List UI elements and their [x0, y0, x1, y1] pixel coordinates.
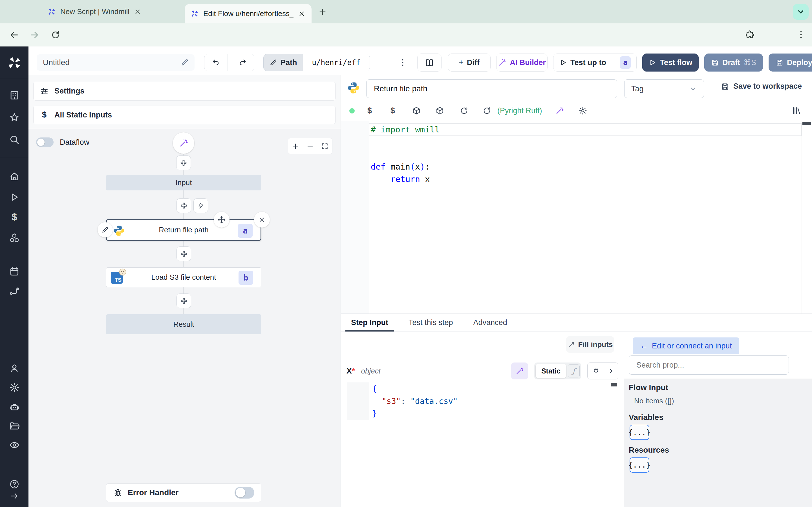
format-refresh-icon[interactable] [483, 106, 492, 115]
dataflow-toggle[interactable] [36, 137, 54, 147]
flow-node-result[interactable]: Result [106, 314, 261, 334]
flow-graph[interactable]: Dataflow Input Return file path a [29, 129, 341, 507]
schedules-calendar-icon[interactable] [9, 266, 20, 277]
json-input-editor[interactable]: { "s3": "data.csv" } [347, 382, 619, 420]
resources-object-chip[interactable]: {...} [629, 457, 649, 473]
home-icon[interactable] [9, 171, 20, 182]
json-scrollbar-thumb[interactable] [611, 383, 617, 386]
reload-lsp-icon[interactable] [460, 106, 469, 115]
tab-test-this-step[interactable]: Test this step [407, 314, 454, 332]
new-tab-icon[interactable] [318, 7, 327, 16]
runs-icon[interactable] [9, 192, 19, 202]
path-group[interactable]: Path u/henri/eff [263, 54, 370, 71]
resources-cubes-icon[interactable] [9, 233, 20, 243]
tag-select[interactable]: Tag [624, 79, 704, 98]
flow-settings-row[interactable]: Settings [33, 82, 336, 101]
flow-node-input[interactable]: Input [106, 175, 261, 190]
error-handler-card[interactable]: Error Handler [106, 483, 261, 502]
test-flow-button[interactable]: Test flow [642, 54, 699, 71]
reload-icon[interactable] [51, 30, 60, 40]
ai-builder-button[interactable]: AI Builder [496, 54, 548, 71]
editor-settings-gear-icon[interactable] [578, 106, 587, 115]
tab-search-button[interactable] [793, 4, 809, 20]
edit-or-connect-button[interactable]: ← Edit or connect an input [633, 337, 739, 354]
variable-picker-icon[interactable] [365, 106, 374, 115]
rename-pencil-icon[interactable] [181, 58, 189, 67]
browser-tab-active[interactable]: Edit Flow u/henri/effortless_fl [185, 4, 312, 23]
path-label-segment[interactable]: Path [264, 54, 303, 71]
folders-icon[interactable] [9, 420, 20, 431]
flow-node-step-b[interactable]: TS Load S3 file content b [106, 267, 261, 287]
flow-node-step-a[interactable]: Return file path a [106, 219, 261, 241]
flow-name-input[interactable] [42, 58, 173, 67]
lint-status-label[interactable]: (Pyright Ruff) [497, 107, 542, 115]
users-icon[interactable] [9, 363, 20, 374]
resource-cube-icon[interactable] [412, 106, 421, 115]
favorites-star-icon[interactable] [9, 112, 20, 123]
search-prop-field[interactable] [629, 355, 789, 375]
static-mode-button[interactable]: Static [536, 364, 566, 378]
workspace-icon[interactable] [9, 90, 20, 101]
test-up-to-button[interactable]: Test up to a [553, 54, 637, 71]
tab-step-input[interactable]: Step Input [350, 314, 389, 332]
scrollbar-thumb[interactable] [802, 122, 811, 125]
arg-ai-button[interactable] [511, 362, 528, 379]
fill-inputs-button[interactable]: Fill inputs [566, 336, 614, 353]
resource-type-cube-icon[interactable] [435, 106, 444, 115]
browser-tab-inactive[interactable]: New Script | Windmill [47, 0, 141, 23]
delete-step-button[interactable] [254, 212, 270, 228]
deploy-button[interactable]: Deploy [769, 54, 812, 71]
step-title-input[interactable] [373, 84, 610, 94]
tab-close-icon[interactable] [134, 8, 141, 15]
zoom-in-button[interactable] [288, 142, 303, 150]
extensions-puzzle-icon[interactable] [745, 30, 755, 40]
audit-eye-icon[interactable] [9, 440, 20, 450]
triggers-route-icon[interactable] [9, 286, 20, 297]
help-icon[interactable] [9, 479, 19, 489]
variables-icon[interactable] [9, 212, 20, 223]
step-title-field[interactable] [366, 79, 617, 98]
forward-icon[interactable] [29, 30, 40, 40]
diff-button[interactable]: ± Diff [448, 54, 491, 71]
tab-close-icon[interactable] [298, 10, 305, 17]
insert-step-button[interactable] [176, 293, 191, 308]
move-step-handle[interactable] [214, 212, 230, 228]
test-up-to-step-badge[interactable]: a [620, 56, 631, 69]
insert-trigger-button[interactable] [193, 198, 208, 213]
windmill-logo[interactable] [7, 55, 22, 71]
draft-button[interactable]: Draft ⌘S [704, 54, 763, 71]
browser-menu-icon[interactable] [796, 30, 806, 40]
graph-ai-button[interactable] [173, 132, 194, 154]
insert-step-button[interactable] [176, 246, 191, 261]
collapse-arrow-icon[interactable] [10, 491, 19, 501]
workers-robot-icon[interactable] [9, 401, 20, 412]
back-icon[interactable] [9, 30, 19, 40]
fit-view-button[interactable] [317, 143, 332, 150]
wand-sparkles-icon [567, 341, 575, 348]
ai-wand-icon[interactable] [555, 106, 564, 115]
arrow-right-icon[interactable] [606, 367, 613, 375]
more-menu-icon[interactable] [398, 58, 407, 67]
undo-button[interactable] [204, 54, 228, 71]
zoom-out-button[interactable] [303, 142, 317, 150]
save-to-workspace-button[interactable]: Save to workspace [721, 82, 802, 91]
javascript-mode-button[interactable]: ƒ [568, 364, 580, 378]
code-editor[interactable]: # import wmill def main(x): return x [341, 121, 812, 314]
tab-advanced[interactable]: Advanced [472, 314, 508, 332]
all-static-inputs-row[interactable]: All Static Inputs [33, 106, 336, 124]
search-prop-input[interactable] [636, 360, 782, 370]
flow-name-field[interactable] [37, 54, 195, 71]
library-icon[interactable] [792, 106, 801, 115]
plug-icon[interactable] [592, 367, 600, 375]
redo-button[interactable] [231, 54, 254, 71]
error-handler-toggle[interactable] [235, 487, 254, 499]
variables-object-chip[interactable]: {...} [629, 425, 649, 440]
context-var-icon[interactable] [388, 106, 397, 115]
insert-step-button[interactable] [176, 156, 191, 170]
settings-gear-icon[interactable] [9, 382, 20, 393]
docs-button[interactable] [417, 54, 442, 71]
wand-sparkles-icon [515, 367, 524, 375]
edit-step-pencil-button[interactable] [98, 222, 113, 237]
search-icon[interactable] [9, 134, 20, 145]
insert-step-button[interactable] [176, 198, 191, 213]
